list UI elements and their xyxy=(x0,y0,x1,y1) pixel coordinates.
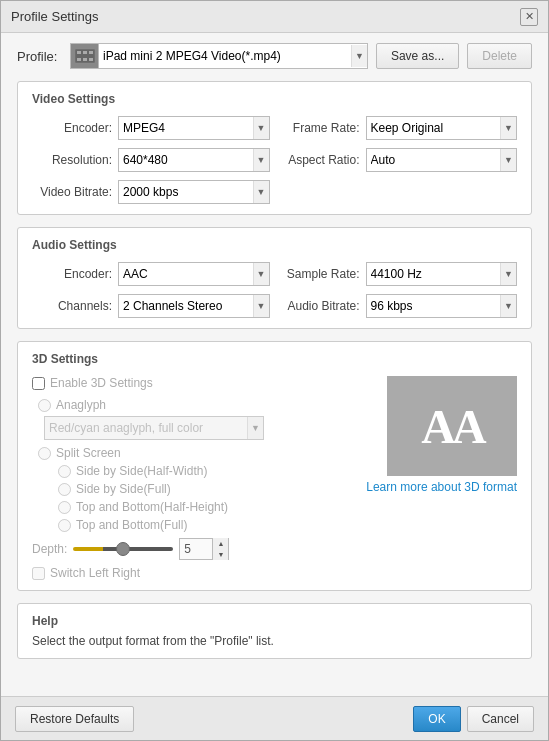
profile-icon xyxy=(71,44,99,68)
anaglyph-select-wrap: Red/cyan anaglyph, full color ▼ xyxy=(44,416,264,440)
depth-down-button[interactable]: ▼ xyxy=(213,549,228,560)
video-bitrate-arrow[interactable]: ▼ xyxy=(253,181,269,203)
side-by-side-full-radio[interactable] xyxy=(58,483,71,496)
video-settings-section: Video Settings Encoder: MPEG4 ▼ Frame Ra… xyxy=(17,81,532,215)
audio-settings-grid: Encoder: AAC ▼ Sample Rate: 44100 Hz xyxy=(32,262,517,318)
split-screen-label[interactable]: Split Screen xyxy=(56,446,121,460)
aspect-ratio-arrow[interactable]: ▼ xyxy=(500,149,516,171)
top-bottom-half-radio[interactable] xyxy=(58,501,71,514)
audio-bitrate-arrow[interactable]: ▼ xyxy=(500,295,516,317)
switch-left-right-checkbox[interactable] xyxy=(32,567,45,580)
video-bitrate-select[interactable]: 2000 kbps xyxy=(119,181,253,203)
resolution-arrow[interactable]: ▼ xyxy=(253,149,269,171)
svg-rect-4 xyxy=(77,58,81,61)
channels-row: Channels: 2 Channels Stereo ▼ xyxy=(32,294,270,318)
three-d-right-panel: AA Learn more about 3D format xyxy=(366,376,517,580)
sample-rate-select-wrap: 44100 Hz ▼ xyxy=(366,262,518,286)
svg-rect-6 xyxy=(89,58,93,61)
encoder-select[interactable]: MPEG4 xyxy=(119,117,253,139)
video-bitrate-select-wrap: 2000 kbps ▼ xyxy=(118,180,270,204)
split-screen-options: Side by Side(Half-Width) Side by Side(Fu… xyxy=(58,464,356,532)
split-screen-group: Split Screen Side by Side(Half-Width) Si… xyxy=(38,446,356,532)
sample-rate-label: Sample Rate: xyxy=(280,267,360,281)
top-bottom-full-label[interactable]: Top and Bottom(Full) xyxy=(76,518,187,532)
depth-up-button[interactable]: ▲ xyxy=(213,538,228,549)
video-settings-title: Video Settings xyxy=(32,92,517,106)
film-icon xyxy=(74,47,96,65)
anaglyph-label[interactable]: Anaglyph xyxy=(56,398,106,412)
channels-select-wrap: 2 Channels Stereo ▼ xyxy=(118,294,270,318)
side-by-side-half-radio[interactable] xyxy=(58,465,71,478)
title-bar: Profile Settings ✕ xyxy=(1,1,548,33)
depth-row: Depth: ▲ ▼ xyxy=(32,538,356,560)
ok-button[interactable]: OK xyxy=(413,706,460,732)
anaglyph-radio[interactable] xyxy=(38,399,51,412)
learn-more-link[interactable]: Learn more about 3D format xyxy=(366,480,517,494)
split-screen-radio-row: Split Screen xyxy=(38,446,356,460)
depth-slider[interactable] xyxy=(73,547,173,551)
three-d-settings-section: 3D Settings Enable 3D Settings Anaglyph xyxy=(17,341,532,591)
channels-arrow[interactable]: ▼ xyxy=(253,295,269,317)
side-by-side-full-label[interactable]: Side by Side(Full) xyxy=(76,482,171,496)
depth-label: Depth: xyxy=(32,542,67,556)
audio-encoder-arrow[interactable]: ▼ xyxy=(253,263,269,285)
frame-rate-select[interactable]: Keep Original xyxy=(367,117,501,139)
sample-rate-arrow[interactable]: ▼ xyxy=(500,263,516,285)
enable-3d-row: Enable 3D Settings xyxy=(32,376,356,390)
anaglyph-radio-row: Anaglyph xyxy=(38,398,356,412)
aspect-ratio-select[interactable]: Auto xyxy=(367,149,501,171)
video-bitrate-row: Video Bitrate: 2000 kbps ▼ xyxy=(32,180,270,204)
profile-select-wrap: iPad mini 2 MPEG4 Video(*.mp4) ▼ xyxy=(70,43,368,69)
audio-bitrate-select[interactable]: 96 kbps xyxy=(367,295,501,317)
help-section: Help Select the output format from the "… xyxy=(17,603,532,659)
sample-rate-row: Sample Rate: 44100 Hz ▼ xyxy=(280,262,518,286)
channels-select[interactable]: 2 Channels Stereo xyxy=(119,295,253,317)
frame-rate-select-wrap: Keep Original ▼ xyxy=(366,116,518,140)
depth-spinner: ▲ ▼ xyxy=(212,538,228,560)
dialog-title: Profile Settings xyxy=(11,9,98,24)
aa-preview-text: AA xyxy=(421,399,482,454)
video-settings-grid: Encoder: MPEG4 ▼ Frame Rate: Keep Origin… xyxy=(32,116,517,204)
resolution-label: Resolution: xyxy=(32,153,112,167)
audio-encoder-label: Encoder: xyxy=(32,267,112,281)
depth-input[interactable] xyxy=(180,539,212,559)
encoder-arrow[interactable]: ▼ xyxy=(253,117,269,139)
top-bottom-half-label[interactable]: Top and Bottom(Half-Height) xyxy=(76,500,228,514)
resolution-row: Resolution: 640*480 ▼ xyxy=(32,148,270,172)
cancel-button[interactable]: Cancel xyxy=(467,706,534,732)
frame-rate-arrow[interactable]: ▼ xyxy=(500,117,516,139)
anaglyph-arrow: ▼ xyxy=(247,417,263,439)
encoder-label: Encoder: xyxy=(32,121,112,135)
audio-encoder-select[interactable]: AAC xyxy=(119,263,253,285)
svg-rect-1 xyxy=(77,51,81,54)
save-as-button[interactable]: Save as... xyxy=(376,43,459,69)
aspect-ratio-label: Aspect Ratio: xyxy=(280,153,360,167)
audio-encoder-select-wrap: AAC ▼ xyxy=(118,262,270,286)
video-bitrate-label: Video Bitrate: xyxy=(32,185,112,199)
sample-rate-select[interactable]: 44100 Hz xyxy=(367,263,501,285)
restore-defaults-button[interactable]: Restore Defaults xyxy=(15,706,134,732)
close-button[interactable]: ✕ xyxy=(520,8,538,26)
profile-select[interactable]: iPad mini 2 MPEG4 Video(*.mp4) xyxy=(99,44,351,68)
profile-settings-dialog: Profile Settings ✕ Profile: xyxy=(0,0,549,741)
top-bottom-full-radio[interactable] xyxy=(58,519,71,532)
split-screen-radio[interactable] xyxy=(38,447,51,460)
three-d-content: Enable 3D Settings Anaglyph Red/cyan ana… xyxy=(32,376,517,580)
enable-3d-checkbox[interactable] xyxy=(32,377,45,390)
profile-dropdown-arrow[interactable]: ▼ xyxy=(351,45,367,67)
switch-left-right-label[interactable]: Switch Left Right xyxy=(50,566,140,580)
svg-rect-5 xyxy=(83,58,87,61)
dialog-content: Profile: iPad mini 2 MPEG4 Video(*.mp4) xyxy=(1,33,548,696)
frame-rate-label: Frame Rate: xyxy=(280,121,360,135)
encoder-row: Encoder: MPEG4 ▼ xyxy=(32,116,270,140)
aspect-ratio-select-wrap: Auto ▼ xyxy=(366,148,518,172)
empty-cell xyxy=(280,180,518,204)
anaglyph-select[interactable]: Red/cyan anaglyph, full color xyxy=(45,417,247,439)
help-title: Help xyxy=(32,614,517,628)
enable-3d-label[interactable]: Enable 3D Settings xyxy=(50,376,153,390)
side-by-side-half-label[interactable]: Side by Side(Half-Width) xyxy=(76,464,207,478)
resolution-select[interactable]: 640*480 xyxy=(119,149,253,171)
frame-rate-row: Frame Rate: Keep Original ▼ xyxy=(280,116,518,140)
depth-input-wrap: ▲ ▼ xyxy=(179,538,229,560)
delete-button[interactable]: Delete xyxy=(467,43,532,69)
